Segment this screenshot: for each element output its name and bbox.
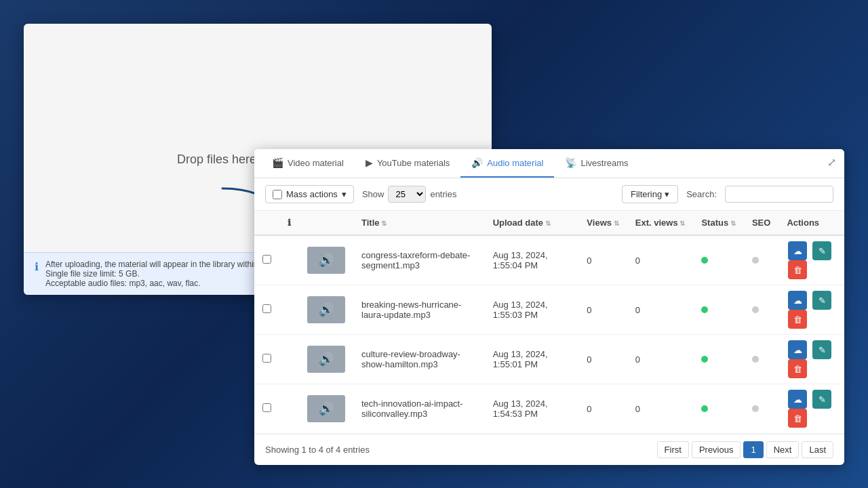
- row-checkbox[interactable]: [262, 354, 271, 363]
- row-status-cell: [693, 335, 744, 384]
- col-thumb: [299, 211, 353, 235]
- pagination-buttons: First Previous 1 Next Last: [657, 441, 833, 458]
- fullscreen-button[interactable]: ⤢: [825, 153, 839, 171]
- mass-actions-checkbox[interactable]: [273, 190, 282, 199]
- col-views[interactable]: Views: [578, 211, 627, 235]
- row-checkbox-cell: [254, 384, 279, 434]
- entries-select[interactable]: 25 50 100: [388, 186, 426, 203]
- table-body: 🔊 congress-taxreform-debate-segment1.mp3…: [254, 235, 844, 434]
- status-dot: [701, 306, 708, 313]
- col-info: ℹ: [279, 211, 299, 235]
- row-date-cell: Aug 13, 2024, 1:54:53 PM: [485, 384, 579, 434]
- tab-livestreams[interactable]: 📡 Livestreams: [554, 149, 639, 178]
- table-row: 🔊 congress-taxreform-debate-segment1.mp3…: [254, 235, 844, 285]
- mass-actions-label: Mass actions: [286, 189, 338, 199]
- row-date: Aug 13, 2024, 1:55:04 PM: [493, 250, 548, 270]
- row-checkbox[interactable]: [262, 403, 271, 412]
- row-title-cell: breaking-news-hurricane-laura-update.mp3: [353, 285, 485, 335]
- audio-thumbnail: 🔊: [307, 296, 345, 323]
- row-status-cell: [693, 285, 744, 335]
- show-label: Show: [362, 189, 384, 199]
- col-title[interactable]: Title: [353, 211, 485, 235]
- row-date: Aug 13, 2024, 1:55:03 PM: [493, 300, 548, 320]
- search-label: Search:: [686, 189, 717, 199]
- audio-thumbnail: 🔊: [307, 346, 345, 373]
- row-checkbox-cell: [254, 235, 279, 285]
- row-thumb-cell: 🔊: [299, 335, 353, 384]
- upload-action-button[interactable]: ☁: [788, 241, 807, 260]
- tab-youtube[interactable]: ▶ YouTube materials: [355, 149, 460, 178]
- last-page-button[interactable]: Last: [802, 441, 833, 458]
- entries-label: entries: [430, 189, 456, 199]
- mass-actions-button[interactable]: Mass actions ▾: [265, 185, 354, 203]
- row-seo-cell: [744, 235, 778, 285]
- row-actions-cell: ☁ ✎ 🗑: [778, 285, 844, 335]
- row-checkbox-cell: [254, 335, 279, 384]
- seo-dot: [752, 356, 759, 363]
- row-actions-cell: ☁ ✎ 🗑: [778, 335, 844, 384]
- row-info-cell: [279, 384, 299, 434]
- upload-action-button[interactable]: ☁: [788, 390, 807, 409]
- row-checkbox[interactable]: [262, 255, 271, 264]
- table-row: 🔊 breaking-news-hurricane-laura-update.m…: [254, 285, 844, 335]
- seo-dot: [752, 257, 759, 264]
- accepted-formats: Acceptable audio files: mp3, aac, wav, f…: [45, 279, 201, 288]
- media-panel: ⤢ 🎬 Video material ▶ YouTube materials 🔊…: [254, 149, 844, 465]
- tab-audio-label: Audio material: [487, 158, 543, 168]
- row-title: tech-innovation-ai-impact-siliconvalley.…: [361, 399, 463, 419]
- row-title: culture-review-broadway-show-hamilton.mp…: [361, 349, 460, 369]
- row-date: Aug 13, 2024, 1:55:01 PM: [493, 349, 548, 369]
- row-ext-views: 0: [635, 256, 640, 266]
- col-status[interactable]: Status: [693, 211, 744, 235]
- row-views-cell: 0: [578, 235, 627, 285]
- upload-action-button[interactable]: ☁: [788, 291, 807, 310]
- tab-audio[interactable]: 🔊 Audio material: [460, 149, 554, 178]
- tab-youtube-label: YouTube materials: [377, 158, 450, 168]
- tabs-bar: 🎬 Video material ▶ YouTube materials 🔊 A…: [254, 149, 844, 178]
- filtering-button[interactable]: Filtering ▾: [622, 185, 678, 203]
- row-info-cell: [279, 285, 299, 335]
- edit-action-button[interactable]: ✎: [812, 390, 831, 409]
- row-date-cell: Aug 13, 2024, 1:55:01 PM: [485, 335, 579, 384]
- row-status-cell: [693, 235, 744, 285]
- next-page-button[interactable]: Next: [766, 441, 800, 458]
- delete-action-button[interactable]: 🗑: [788, 409, 807, 428]
- row-views: 0: [587, 256, 591, 266]
- edit-action-button[interactable]: ✎: [812, 291, 831, 310]
- delete-action-button[interactable]: 🗑: [788, 310, 807, 329]
- row-thumb-cell: 🔊: [299, 384, 353, 434]
- row-date-cell: Aug 13, 2024, 1:55:04 PM: [485, 235, 579, 285]
- edit-action-button[interactable]: ✎: [812, 241, 831, 260]
- row-seo-cell: [744, 384, 778, 434]
- row-ext-views-cell: 0: [627, 235, 694, 285]
- prev-page-button[interactable]: Previous: [692, 441, 741, 458]
- first-page-button[interactable]: First: [657, 441, 689, 458]
- status-dot: [701, 356, 708, 363]
- seo-dot: [752, 405, 759, 412]
- upload-action-button[interactable]: ☁: [788, 340, 807, 359]
- edit-action-button[interactable]: ✎: [812, 340, 831, 359]
- status-dot: [701, 405, 708, 412]
- row-checkbox[interactable]: [262, 304, 271, 313]
- delete-action-button[interactable]: 🗑: [788, 359, 807, 378]
- row-ext-views-cell: 0: [627, 335, 694, 384]
- row-actions-cell: ☁ ✎ 🗑: [778, 384, 844, 434]
- row-info-cell: [279, 235, 299, 285]
- current-page-button[interactable]: 1: [743, 441, 763, 458]
- audio-tab-icon: 🔊: [471, 157, 483, 168]
- mass-actions-arrow-icon: ▾: [342, 189, 347, 199]
- col-ext-views[interactable]: Ext. views: [627, 211, 694, 235]
- table-row: 🔊 tech-innovation-ai-impact-siliconvalle…: [254, 384, 844, 434]
- row-ext-views-cell: 0: [627, 285, 694, 335]
- file-limit: Single file size limit: 5 GB.: [45, 269, 140, 279]
- delete-action-button[interactable]: 🗑: [788, 260, 807, 279]
- row-ext-views: 0: [635, 404, 640, 414]
- pagination-summary: Showing 1 to 4 of 4 entries: [265, 445, 370, 455]
- tab-live-label: Livestreams: [580, 158, 628, 168]
- row-checkbox-cell: [254, 285, 279, 335]
- search-input[interactable]: [725, 186, 833, 203]
- col-upload-date[interactable]: Upload date: [485, 211, 579, 235]
- tab-video[interactable]: 🎬 Video material: [261, 149, 355, 178]
- row-ext-views-cell: 0: [627, 384, 694, 434]
- row-views: 0: [587, 404, 591, 414]
